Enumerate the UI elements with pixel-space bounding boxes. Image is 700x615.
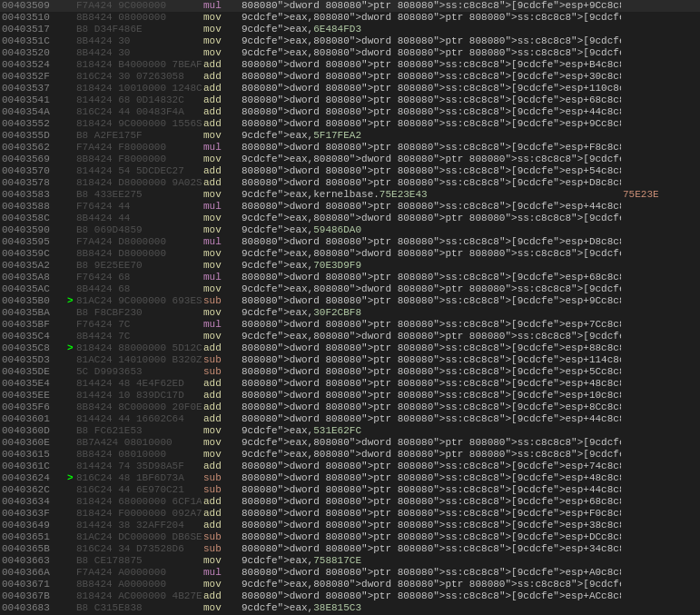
table-row[interactable]: 00403570 814424 54 5DCDEC27 add 808080">…	[0, 165, 700, 177]
table-row[interactable]: 004035F6 8B8424 8C000000 20F0E add 80808…	[0, 402, 700, 413]
table-row[interactable]: 00403671 8B8424 A0000000 mov 9cdcfe">eax…	[0, 579, 700, 590]
bytes: 8B7A424 08010000	[74, 437, 202, 449]
table-row[interactable]: 00403649 814424 38 32AFF204 add 808080">…	[0, 520, 700, 531]
table-row[interactable]: 00403595 F7A424 D8000000 mul 808080">dwo…	[0, 236, 700, 248]
address: 0040367B	[0, 590, 65, 602]
table-row[interactable]: 004035B0 > 81AC24 9C000000 693ES sub 808…	[0, 295, 700, 307]
table-row[interactable]: 0040363F 818424 F0000000 092A7 add 80808…	[0, 508, 700, 520]
table-row[interactable]: 0040354A 816C24 44 00483F4A add 808080">…	[0, 106, 700, 118]
table-row[interactable]: 00403651 81AC24 DC000000 DB6SE sub 80808…	[0, 531, 700, 543]
table-row[interactable]: 004035EE 814424 10 839DC17D add 808080">…	[0, 390, 700, 402]
extra-info	[621, 213, 700, 224]
table-row[interactable]: 00403524 818424 B4000000 7BEAF add 80808…	[0, 59, 700, 71]
address: 004035BF	[0, 319, 65, 331]
mnemonic: add	[202, 59, 240, 71]
table-row[interactable]: 0040352F 816C24 30 07263058 add 808080">…	[0, 71, 700, 83]
table-row[interactable]: 00403520 8B4424 30 mov 9cdcfe">eax,80808…	[0, 47, 700, 59]
table-row[interactable]: 004035D3 81AC24 14010000 B320Z sub 80808…	[0, 354, 700, 366]
table-row[interactable]: 0040361C 814424 74 35D98A5F add 808080">…	[0, 461, 700, 472]
bytes: 8B8424 D8000000	[74, 248, 202, 260]
table-row[interactable]: 00403583 B8 433EE275 mov 9cdcfe">eax,ker…	[0, 189, 700, 201]
table-row[interactable]: 00403552 818424 9C000000 1556S add 80808…	[0, 118, 700, 130]
table-row[interactable]: 00403683 B8 C315E838 mov 9cdcfe">eax,38E…	[0, 602, 700, 614]
extra-info	[621, 118, 700, 130]
mnemonic: add	[202, 496, 240, 508]
table-row[interactable]: 004035DE 5C D9993653 sub 808080">dword 8…	[0, 366, 700, 378]
table-row[interactable]: 0040351C 8B4424 30 mov 9cdcfe">eax,80808…	[0, 35, 700, 47]
table-row[interactable]: 004035E4 814424 48 4E4F62ED add 808080">…	[0, 378, 700, 390]
table-row[interactable]: 00403569 8B8424 F8000000 mov 9cdcfe">eax…	[0, 154, 700, 165]
bytes: 8B8424 08010000	[74, 449, 202, 461]
mnemonic: mul	[202, 272, 240, 283]
operands: 9cdcfe">eax,808080">dword 808080">ptr 80…	[240, 331, 621, 342]
mnemonic: sub	[202, 543, 240, 555]
table-row[interactable]: 0040360D B8 FC621E53 mov 9cdcfe">eax,531…	[0, 425, 700, 437]
arrow-indicator	[65, 35, 74, 47]
extra-info	[621, 47, 700, 59]
table-row[interactable]: 004035C4 8B4424 7C mov 9cdcfe">eax,80808…	[0, 331, 700, 342]
table-row[interactable]: 004035AC 8B4424 68 mov 9cdcfe">eax,80808…	[0, 283, 700, 295]
table-row[interactable]: 00403663 B8 CE178875 mov 9cdcfe">eax,758…	[0, 555, 700, 567]
table-row[interactable]: 00403588 F76424 44 mul 808080">dword 808…	[0, 201, 700, 213]
mnemonic: mov	[202, 437, 240, 449]
table-row[interactable]: 0040365B 816C24 34 D73528D6 sub 808080">…	[0, 543, 700, 555]
arrow-indicator	[65, 154, 74, 165]
table-row[interactable]: 00403624 > 816C24 48 1BF6D73A sub 808080…	[0, 472, 700, 484]
table-row[interactable]: 0040362C 816C24 44 6E970C21 sub 808080">…	[0, 484, 700, 496]
disassembly-view[interactable]: 00403509 F7A424 9C000000 mul 808080">dwo…	[0, 0, 700, 615]
address: 00403583	[0, 189, 65, 201]
operands: 808080">dword 808080">ptr 808080">ss:c8c…	[240, 413, 621, 425]
table-row[interactable]: 0040367B 818424 AC000000 4B27E add 80808…	[0, 590, 700, 602]
bytes: 818424 9C000000 1556S	[74, 118, 202, 130]
table-row[interactable]: 00403509 F7A424 9C000000 mul 808080">dwo…	[0, 0, 700, 12]
table-row[interactable]: 00403541 814424 68 0D14832C add 808080">…	[0, 94, 700, 106]
extra-info	[621, 248, 700, 260]
arrow-indicator	[65, 47, 74, 59]
table-row[interactable]: 00403590 B8 069D4859 mov 9cdcfe">eax,594…	[0, 224, 700, 236]
mnemonic: mov	[202, 248, 240, 260]
table-row[interactable]: 00403537 818424 10010000 1248C add 80808…	[0, 83, 700, 94]
extra-info	[621, 224, 700, 236]
table-row[interactable]: 0040360E 8B7A424 08010000 mov 9cdcfe">ea…	[0, 437, 700, 449]
address: 00403570	[0, 165, 65, 177]
table-row[interactable]: 004035BA B8 F8CBF230 mov 9cdcfe">eax,30F…	[0, 307, 700, 319]
table-row[interactable]: 00403578 818424 D8000000 9A02S add 80808…	[0, 177, 700, 189]
arrow-indicator	[65, 354, 74, 366]
operands: 808080">dword 808080">ptr 808080">ss:c8c…	[240, 402, 621, 413]
address: 00403541	[0, 94, 65, 106]
operands: 808080">dword 808080">ptr 808080">ss:c8c…	[240, 531, 621, 543]
table-row[interactable]: 0040355D B8 A2FE175F mov 9cdcfe">eax,5F1…	[0, 130, 700, 142]
table-row[interactable]: 00403562 F7A424 F8000000 mul 808080">dwo…	[0, 142, 700, 154]
arrow-indicator	[65, 283, 74, 295]
table-row[interactable]: 00403517 B8 D34F486E mov 9cdcfe">eax,6E4…	[0, 24, 700, 35]
table-row[interactable]: 00403601 814424 44 16602C64 add 808080">…	[0, 413, 700, 425]
table-row[interactable]: 0040366A F7A424 A0000000 mul 808080">dwo…	[0, 567, 700, 579]
table-row[interactable]: 0040358C 8B4424 44 mov 9cdcfe">eax,80808…	[0, 213, 700, 224]
mnemonic: add	[202, 118, 240, 130]
table-row[interactable]: 00403510 8B8424 08000000 mov 9cdcfe">eax…	[0, 12, 700, 24]
operands: 808080">dword 808080">ptr 808080">ss:c8c…	[240, 59, 621, 71]
table-row[interactable]: 004035C8 > 818424 88000000 5D12C add 808…	[0, 342, 700, 354]
address: 0040363F	[0, 508, 65, 520]
mnemonic: sub	[202, 366, 240, 378]
mnemonic: mul	[202, 236, 240, 248]
arrow-indicator	[65, 543, 74, 555]
arrow-indicator	[65, 59, 74, 71]
address: 00403537	[0, 83, 65, 94]
table-row[interactable]: 0040359C 8B8424 D8000000 mov 9cdcfe">eax…	[0, 248, 700, 260]
table-row[interactable]: 00403634 818424 68000000 6CF1A add 80808…	[0, 496, 700, 508]
bytes: 814424 10 839DC17D	[74, 390, 202, 402]
table-row[interactable]: 004035BF F76424 7C mul 808080">dword 808…	[0, 319, 700, 331]
extra-info	[621, 130, 700, 142]
operands: 9cdcfe">eax,808080">dword 808080">ptr 80…	[240, 154, 621, 165]
table-row[interactable]: 004035A8 F76424 68 mul 808080">dword 808…	[0, 272, 700, 283]
bytes: B8 A2FE175F	[74, 130, 202, 142]
table-row[interactable]: 004035A2 B8 9E25EE70 mov 9cdcfe">eax,70E…	[0, 260, 700, 272]
table-row[interactable]: 00403615 8B8424 08010000 mov 9cdcfe">eax…	[0, 449, 700, 461]
address: 0040362C	[0, 484, 65, 496]
address: 004035C8	[0, 342, 65, 354]
arrow-indicator	[65, 413, 74, 425]
mnemonic: mov	[202, 260, 240, 272]
mnemonic: mul	[202, 319, 240, 331]
address: 00403651	[0, 531, 65, 543]
